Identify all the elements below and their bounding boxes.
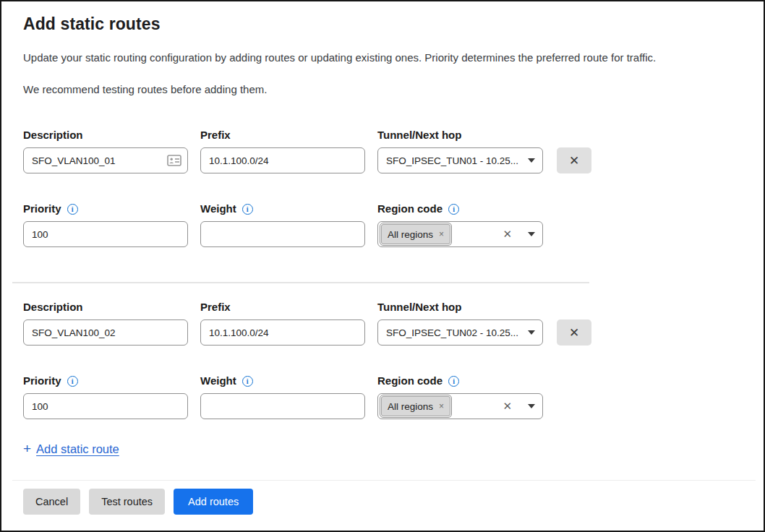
region-chip[interactable]: All regions × — [381, 396, 450, 416]
delete-route-button[interactable]: ✕ — [557, 319, 591, 346]
prefix-label: Prefix — [200, 301, 231, 314]
add-static-route-label: Add static route — [36, 442, 119, 456]
footer-divider — [12, 480, 756, 481]
region-label: Region code — [377, 374, 443, 387]
tunnel-label: Tunnel/Next hop — [377, 129, 461, 142]
weight-label: Weight — [200, 202, 236, 215]
description-label: Description — [23, 129, 83, 142]
clear-icon[interactable]: ✕ — [503, 228, 512, 241]
info-icon[interactable]: i — [67, 204, 78, 215]
section-divider — [12, 282, 589, 283]
region-label: Region code — [377, 202, 443, 215]
info-icon[interactable]: i — [67, 376, 78, 387]
tunnel-label: Tunnel/Next hop — [377, 301, 461, 314]
priority-label: Priority — [23, 374, 61, 387]
weight-label: Weight — [200, 374, 236, 387]
region-chip[interactable]: All regions × — [381, 224, 450, 244]
description-label: Description — [23, 301, 83, 314]
info-icon[interactable]: i — [448, 376, 459, 387]
add-static-route-link[interactable]: + Add static route — [23, 441, 119, 457]
prefix-input[interactable] — [200, 147, 365, 173]
description-input[interactable] — [23, 319, 188, 346]
page-title: Add static routes — [23, 13, 742, 35]
chevron-down-icon — [528, 404, 535, 408]
chip-remove-icon[interactable]: × — [439, 401, 444, 411]
prefix-label: Prefix — [200, 129, 231, 142]
plus-icon: + — [23, 441, 31, 457]
chevron-down-icon — [528, 330, 535, 335]
tunnel-selected-value: SFO_IPSEC_TUN01 - 10.25... — [386, 155, 522, 166]
footer-actions: Cancel Test routes Add routes — [23, 489, 742, 515]
route-row: Description Prefix Tunnel/Next hop — [23, 129, 742, 247]
priority-input[interactable] — [23, 393, 188, 419]
region-chip-label: All regions — [388, 229, 433, 240]
contact-card-icon — [167, 155, 181, 166]
route-row: Description Prefix Tunnel/Next hop SFO_I… — [23, 301, 742, 419]
tunnel-select[interactable]: SFO_IPSEC_TUN01 - 10.25... — [377, 147, 543, 173]
priority-input[interactable] — [23, 221, 188, 247]
weight-input[interactable] — [200, 393, 365, 419]
tunnel-select[interactable]: SFO_IPSEC_TUN02 - 10.25... — [377, 319, 543, 346]
info-icon[interactable]: i — [242, 376, 253, 387]
dialog-description: Update your static routing configuration… — [23, 51, 742, 65]
region-chip-label: All regions — [388, 401, 433, 412]
weight-input[interactable] — [200, 221, 365, 247]
priority-label: Priority — [23, 202, 61, 215]
info-icon[interactable]: i — [242, 204, 253, 215]
region-multiselect[interactable]: All regions × ✕ — [377, 393, 543, 419]
cancel-button[interactable]: Cancel — [23, 489, 80, 515]
add-static-routes-dialog: Add static routes Update your static rou… — [1, 1, 764, 515]
dialog-recommendation: We recommend testing routes before addin… — [23, 82, 742, 97]
prefix-input[interactable] — [200, 319, 365, 346]
chip-remove-icon[interactable]: × — [439, 229, 444, 239]
chevron-down-icon — [528, 232, 535, 236]
add-routes-button[interactable]: Add routes — [174, 489, 253, 515]
region-multiselect[interactable]: All regions × ✕ — [377, 221, 543, 247]
test-routes-button[interactable]: Test routes — [89, 489, 165, 515]
clear-icon[interactable]: ✕ — [503, 400, 512, 413]
description-input[interactable] — [23, 147, 188, 173]
chevron-down-icon — [528, 158, 535, 163]
info-icon[interactable]: i — [448, 204, 459, 215]
tunnel-selected-value: SFO_IPSEC_TUN02 - 10.25... — [386, 327, 522, 338]
delete-route-button[interactable]: ✕ — [557, 147, 591, 173]
